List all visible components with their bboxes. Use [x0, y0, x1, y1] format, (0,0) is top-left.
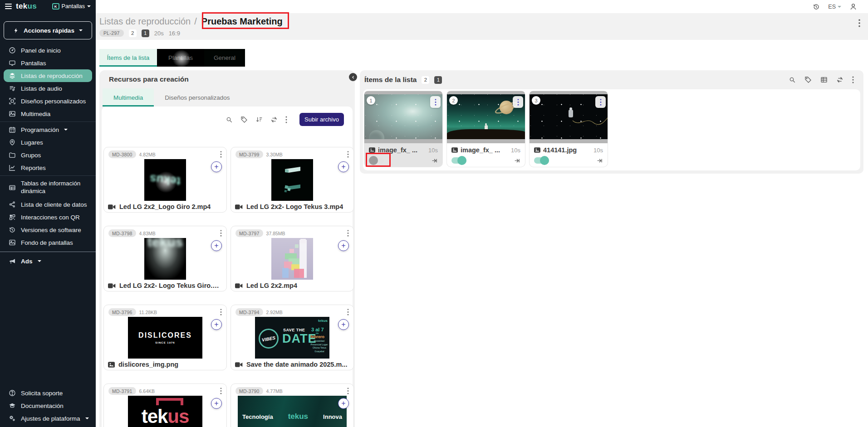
drag-handle[interactable] — [447, 91, 525, 94]
sidebar-item-fondo-pantallas[interactable]: Fondo de pantallas — [0, 236, 96, 249]
sidebar-item-ads[interactable]: Ads — [0, 255, 96, 267]
collapse-panel-button[interactable] — [349, 73, 357, 81]
add-to-list-button[interactable]: + — [211, 240, 222, 251]
item-enabled-toggle[interactable] — [534, 157, 549, 164]
upload-file-button[interactable]: Subir archivo — [299, 113, 344, 126]
video-icon — [235, 283, 243, 289]
media-thumbnail: tekus — [144, 159, 186, 201]
sidebar-item-panel-de-inicio[interactable]: Panel de inicio — [0, 44, 96, 57]
sidebar-item-reportes[interactable]: Reportes — [0, 161, 96, 174]
add-to-list-button[interactable]: + — [338, 240, 349, 251]
item-filename: image_fx_ ...10s — [447, 143, 525, 154]
add-to-list-button[interactable]: + — [338, 161, 349, 172]
reports-icon — [8, 164, 16, 171]
video-icon — [235, 362, 243, 368]
drag-handle[interactable] — [364, 91, 442, 94]
skip-transition-icon[interactable] — [431, 158, 438, 164]
user-icon[interactable] — [849, 3, 857, 10]
sidebar-item-programacion[interactable]: Programación — [0, 123, 96, 136]
history-icon[interactable] — [813, 3, 820, 10]
table-view-icon[interactable] — [820, 76, 828, 83]
more-options-icon[interactable] — [852, 76, 854, 83]
refresh-icon[interactable] — [270, 116, 278, 123]
add-to-list-button[interactable]: + — [211, 319, 222, 330]
more-options-icon[interactable] — [347, 388, 349, 394]
sidebar-item-lugares[interactable]: Lugares — [0, 136, 96, 149]
item-filename: 414141.jpg10s — [530, 143, 608, 154]
main-tabs: Ítems de la lista Plantillas General — [99, 49, 245, 67]
brand-logo[interactable]: tekus — [16, 2, 37, 11]
sidebar-item-ajustes-plataforma[interactable]: Ajustes de plataforma — [0, 412, 96, 425]
items-body: 1 image_fx_ ...10s 2 — [363, 89, 860, 170]
search-icon[interactable] — [226, 116, 233, 123]
sidebar-item-disenos-personalizados[interactable]: Diseños personalizados — [0, 95, 96, 107]
divider — [0, 175, 96, 176]
drag-handle[interactable] — [530, 91, 608, 94]
sidebar-item-versiones-software[interactable]: Versiones de software — [0, 223, 96, 236]
more-options-icon[interactable] — [220, 309, 222, 315]
more-options-icon[interactable] — [220, 230, 222, 237]
media-filename: Led LG 2x2_Logo Giro 2.mp4 — [104, 201, 226, 210]
screens-selector[interactable]: K Pantallas — [52, 3, 91, 10]
skip-transition-icon[interactable] — [514, 158, 520, 164]
tag-icon[interactable] — [804, 76, 812, 83]
more-options-icon[interactable] — [513, 96, 523, 108]
more-options-icon[interactable] — [430, 96, 441, 108]
refresh-icon[interactable] — [836, 76, 843, 83]
more-options-icon[interactable] — [858, 19, 860, 27]
more-options-icon[interactable] — [220, 151, 222, 158]
items-panel-title: Ítems de la lista — [364, 76, 417, 84]
search-icon[interactable] — [789, 76, 796, 83]
more-options-icon[interactable] — [347, 309, 349, 315]
quick-actions-button[interactable]: Acciones rápidas — [4, 21, 92, 39]
language-selector[interactable]: ES — [828, 4, 841, 10]
playlist-item-card[interactable]: 1 image_fx_ ...10s — [364, 91, 442, 167]
media-id-badge: MD-3791 — [108, 387, 136, 395]
tag-icon[interactable] — [240, 116, 248, 123]
media-filename: Led LG 2x2- Logo Tekus 3.mp4 — [231, 201, 353, 210]
sidebar-item-solicita-soporte[interactable]: Solicita soporte — [0, 387, 96, 399]
add-to-list-button[interactable]: + — [338, 398, 349, 409]
more-options-icon[interactable] — [347, 151, 349, 158]
add-to-list-button[interactable]: + — [211, 161, 222, 172]
media-id-badge: MD-3800 — [108, 150, 136, 158]
item-order-badge: 3 — [532, 96, 540, 105]
playlist-item-card[interactable]: 3 414141.jpg10s — [530, 91, 608, 167]
sidebar-item-pantallas[interactable]: Pantallas — [0, 57, 96, 69]
more-options-icon[interactable] — [220, 388, 222, 394]
tab-disenos-personalizados[interactable]: Diseños personalizados — [154, 88, 240, 107]
audio-lists-icon — [8, 85, 16, 92]
chevron-down-icon — [85, 417, 89, 419]
sidebar-item-multimedia[interactable]: Multimedia — [0, 107, 96, 120]
sidebar-item-lista-cliente-datos[interactable]: Lista de cliente de datos — [0, 198, 96, 211]
breadcrumb-parent[interactable]: Listas de reproducción — [99, 16, 191, 27]
playlist-item-card[interactable]: 2 image_fx_ ...10s — [447, 91, 525, 167]
add-to-list-button[interactable]: + — [338, 319, 349, 330]
sidebar-item-listas-de-reproduccion[interactable]: Listas de reproducción — [4, 69, 92, 82]
media-id-badge: MD-3796 — [108, 308, 136, 316]
more-options-icon[interactable] — [595, 96, 606, 108]
chevron-down-icon — [38, 260, 41, 262]
sidebar-item-grupos[interactable]: Grupos — [0, 149, 96, 161]
skip-transition-icon[interactable] — [596, 158, 603, 164]
ads-icon — [8, 257, 16, 265]
tab-items-de-la-lista[interactable]: Ítems de la lista — [99, 49, 157, 67]
tab-plantillas[interactable]: Plantillas — [157, 49, 204, 67]
more-options-icon[interactable] — [347, 230, 349, 237]
items-toolbar — [789, 76, 854, 83]
sort-icon[interactable] — [255, 116, 263, 123]
sidebar-item-listas-de-audio[interactable]: Listas de audio — [0, 82, 96, 95]
item-enabled-toggle[interactable] — [451, 157, 466, 164]
media-id-badge: MD-3790 — [235, 387, 263, 395]
playlists-icon — [8, 72, 16, 79]
sidebar-item-interacciones-qr[interactable]: Interacciones con QR — [0, 211, 96, 223]
sidebar-item-documentacion[interactable]: Documentación — [0, 399, 96, 412]
hamburger-menu-icon[interactable] — [5, 4, 12, 9]
active-items-badge: 1 — [434, 76, 442, 84]
tab-general[interactable]: General — [204, 49, 245, 67]
sidebar-item-tablas-informacion-dinamica[interactable]: Tablas de información dinámica — [0, 177, 96, 198]
more-options-icon[interactable] — [285, 116, 287, 123]
add-to-list-button[interactable]: + — [211, 398, 222, 409]
item-enabled-toggle[interactable] — [369, 157, 384, 164]
tab-multimedia[interactable]: Multimedia — [103, 88, 154, 107]
